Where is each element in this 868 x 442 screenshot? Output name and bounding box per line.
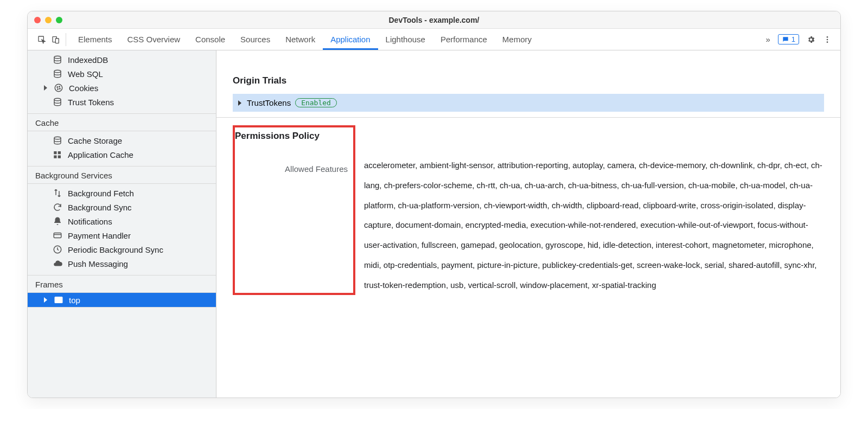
origin-trial-name: TrustTokens [247, 98, 291, 107]
sidebar-item-label: top [69, 296, 80, 305]
svg-point-12 [60, 88, 61, 89]
sidebar-item-label: Trust Tokens [68, 98, 114, 107]
frame-top[interactable]: top [28, 293, 216, 307]
origin-trial-status-badge: Enabled [295, 98, 337, 107]
sidebar-item-label: Push Messaging [68, 259, 128, 268]
inspect-icon[interactable] [37, 35, 46, 44]
svg-point-10 [59, 86, 60, 87]
sidebar-item-label: Background Sync [68, 203, 132, 212]
origin-trials-title: Origin Trials [233, 75, 824, 86]
chevron-right-icon [238, 100, 241, 106]
sidebar-item-label: Cache Storage [68, 136, 122, 145]
sidebar-item-label: Payment Handler [68, 231, 131, 240]
sidebar-item-payment-handler[interactable]: Payment Handler [28, 228, 216, 242]
updown-icon [53, 188, 62, 198]
tab-application[interactable]: Application [323, 29, 378, 50]
permissions-policy-highlight: Permissions Policy Allowed Features [233, 125, 355, 295]
origin-trials-section: Origin Trials TrustTokens Enabled [216, 66, 840, 118]
main-content: Origin Trials TrustTokens Enabled Permis… [216, 50, 840, 398]
sidebar-item-cache-storage[interactable]: Cache Storage [28, 133, 216, 148]
svg-point-4 [827, 39, 828, 40]
sidebar-item-push-messaging[interactable]: Push Messaging [28, 257, 216, 271]
frame-icon [54, 295, 63, 305]
svg-point-6 [54, 56, 61, 59]
devtools-tabs: ElementsCSS OverviewConsoleSourcesNetwor… [71, 29, 539, 50]
sidebar-item-cookies[interactable]: Cookies [28, 81, 216, 95]
origin-trial-row[interactable]: TrustTokens Enabled [233, 94, 824, 112]
application-sidebar: IndexedDBWeb SQLCookiesTrust Tokens Cach… [28, 50, 216, 398]
device-toggle-icon[interactable] [52, 35, 60, 44]
svg-rect-16 [58, 151, 61, 154]
svg-point-5 [827, 41, 828, 43]
sidebar-item-trust-tokens[interactable]: Trust Tokens [28, 95, 216, 109]
chevron-right-icon [44, 297, 47, 303]
svg-point-8 [55, 84, 62, 92]
cloud-icon [53, 259, 62, 268]
devtools-window: DevTools - example.com/ ElementsCSS Over… [27, 11, 841, 398]
permissions-policy-title: Permissions Policy [235, 131, 348, 142]
cookies-icon [54, 83, 63, 93]
clock-icon [53, 245, 62, 254]
sidebar-item-label: Background Fetch [68, 189, 134, 198]
db-icon [53, 136, 62, 145]
sidebar-section-frames: Frames [28, 276, 216, 293]
bell-icon [53, 216, 62, 226]
svg-rect-15 [54, 151, 56, 154]
sidebar-item-application-cache[interactable]: Application Cache [28, 148, 216, 162]
svg-rect-18 [58, 156, 61, 158]
svg-rect-19 [54, 233, 61, 238]
issues-count: 1 [792, 35, 795, 43]
tab-css-overview[interactable]: CSS Overview [120, 29, 188, 50]
sidebar-item-label: Web SQL [68, 69, 103, 79]
devtools-toolbar: ElementsCSS OverviewConsoleSourcesNetwor… [28, 29, 840, 50]
settings-gear-icon[interactable] [807, 35, 815, 44]
svg-point-7 [54, 70, 61, 73]
sidebar-item-label: Notifications [68, 217, 112, 226]
svg-rect-22 [55, 297, 62, 303]
sidebar-item-background-sync[interactable]: Background Sync [28, 200, 216, 214]
sidebar-section-cache: Cache [28, 114, 216, 131]
allowed-features-label: Allowed Features [235, 164, 348, 174]
svg-rect-17 [54, 156, 56, 158]
tab-sources[interactable]: Sources [233, 29, 278, 50]
grid-icon [53, 150, 62, 159]
sidebar-item-label: Application Cache [68, 150, 133, 159]
sidebar-item-web-sql[interactable]: Web SQL [28, 67, 216, 81]
tab-network[interactable]: Network [278, 29, 323, 50]
card-icon [53, 230, 62, 240]
sidebar-section-background-services: Background Services [28, 166, 216, 184]
issues-badge[interactable]: 1 [778, 34, 799, 44]
svg-point-11 [58, 89, 59, 90]
sidebar-item-background-fetch[interactable]: Background Fetch [28, 186, 216, 200]
permissions-policy-section: Permissions Policy Allowed Features acce… [216, 118, 840, 311]
sidebar-item-periodic-background-sync[interactable]: Periodic Background Sync [28, 242, 216, 257]
sync-icon [53, 202, 62, 212]
window-titlebar: DevTools - example.com/ [28, 11, 840, 29]
tab-memory[interactable]: Memory [495, 29, 539, 50]
tab-console[interactable]: Console [188, 29, 233, 50]
sidebar-item-notifications[interactable]: Notifications [28, 214, 216, 228]
kebab-menu-icon[interactable] [823, 35, 832, 44]
svg-point-14 [54, 137, 61, 139]
svg-point-13 [54, 98, 61, 101]
db-icon [53, 69, 62, 79]
sidebar-item-indexeddb[interactable]: IndexedDB [28, 53, 216, 67]
chevron-right-icon [44, 85, 47, 91]
tab-lighthouse[interactable]: Lighthouse [378, 29, 433, 50]
more-tabs-icon[interactable]: » [765, 35, 770, 44]
tab-performance[interactable]: Performance [433, 29, 495, 50]
sidebar-item-label: Cookies [69, 84, 98, 93]
svg-point-3 [827, 36, 828, 38]
db-icon [53, 55, 62, 65]
svg-rect-2 [55, 39, 59, 43]
sidebar-item-label: IndexedDB [68, 55, 108, 65]
tab-elements[interactable]: Elements [71, 29, 120, 50]
svg-point-9 [57, 87, 58, 88]
sidebar-item-label: Periodic Background Sync [68, 245, 163, 254]
db-icon [53, 97, 62, 107]
window-title: DevTools - example.com/ [28, 16, 840, 24]
allowed-features-list: accelerometer, ambient-light-sensor, att… [364, 125, 824, 295]
